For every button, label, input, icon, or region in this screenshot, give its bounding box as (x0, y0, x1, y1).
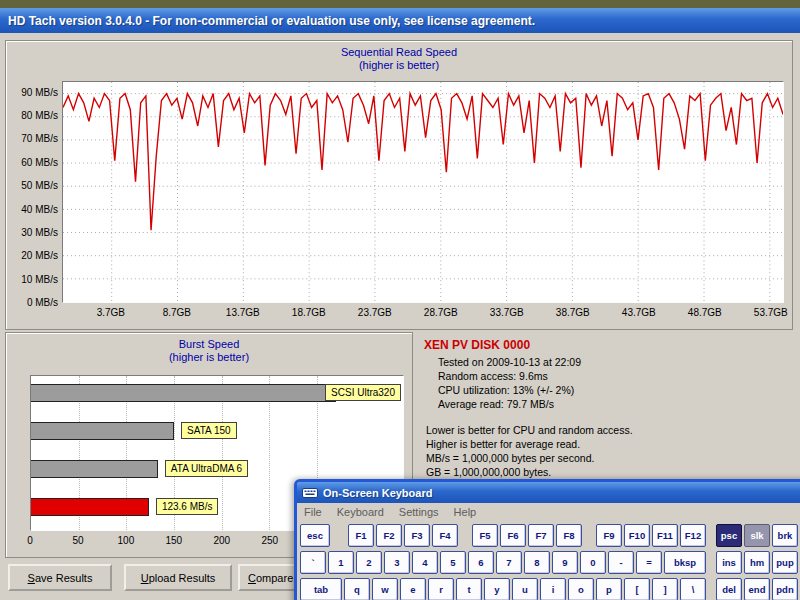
osk-menubar: FileKeyboardSettingsHelp (297, 503, 800, 521)
bar-label: 123.6 MB/s (156, 498, 219, 515)
key-`[interactable]: ` (300, 551, 326, 574)
key-F10[interactable]: F10 (624, 524, 650, 547)
key-esc[interactable]: esc (300, 524, 330, 547)
key-F5[interactable]: F5 (472, 524, 498, 547)
osk-menu-keyboard[interactable]: Keyboard (337, 506, 384, 518)
speed-bar (31, 498, 149, 516)
key-4[interactable]: 4 (412, 551, 438, 574)
bar-row: SATA 150 (31, 422, 403, 440)
key-[[interactable]: [ (624, 578, 650, 600)
burst-axis-label: 0 (27, 535, 33, 546)
key-5[interactable]: 5 (440, 551, 466, 574)
save-results-button[interactable]: Save Results (8, 564, 112, 591)
burst-chart-title: Burst Speed (6, 338, 412, 351)
bar-label: SATA 150 (181, 422, 237, 439)
x-axis-label: 38.7GB (556, 307, 590, 318)
key-8[interactable]: 8 (524, 551, 550, 574)
key-del[interactable]: del (716, 578, 742, 600)
x-axis-label: 8.7GB (163, 307, 191, 318)
x-axis-label: 48.7GB (688, 307, 722, 318)
key-o[interactable]: o (568, 578, 594, 600)
key-slk[interactable]: slk (744, 524, 770, 547)
osk-title: On-Screen Keyboard (323, 487, 432, 499)
osk-key-row: tabqwertyuiop[]\delendpdn (300, 578, 800, 600)
test-result-line: Tested on 2009-10-13 at 22:09 (438, 355, 792, 369)
key-hm[interactable]: hm (744, 551, 770, 574)
sequential-chart-title: Sequential Read Speed (6, 46, 792, 59)
key-F7[interactable]: F7 (528, 524, 554, 547)
y-axis-label: 40 MB/s (8, 204, 58, 215)
on-screen-keyboard-window: On-Screen Keyboard FileKeyboardSettingsH… (294, 479, 800, 600)
key-F2[interactable]: F2 (376, 524, 402, 547)
key-F11[interactable]: F11 (652, 524, 678, 547)
key-F12[interactable]: F12 (680, 524, 706, 547)
bar-row: ATA UltraDMA 6 (31, 460, 403, 478)
key-psc[interactable]: psc (716, 524, 742, 547)
key-bksp[interactable]: bksp (664, 551, 706, 574)
bar-row: SCSI Ultra320 (31, 384, 403, 402)
y-axis-label: 0 MB/s (8, 297, 58, 308)
key-F8[interactable]: F8 (556, 524, 582, 547)
sequential-read-panel: Sequential Read Speed (higher is better)… (5, 40, 793, 330)
burst-axis-label: 200 (213, 535, 230, 546)
osk-menu-help[interactable]: Help (454, 506, 477, 518)
speed-bar (31, 384, 336, 402)
osk-titlebar[interactable]: On-Screen Keyboard (297, 482, 800, 503)
key-tab[interactable]: tab (300, 578, 342, 600)
burst-axis-label: 250 (261, 535, 278, 546)
key-3[interactable]: 3 (384, 551, 410, 574)
upload-results-button[interactable]: Upload Results (124, 564, 232, 591)
key-F1[interactable]: F1 (348, 524, 374, 547)
osk-menu-file[interactable]: File (304, 506, 322, 518)
osk-key-row: `1234567890-=bkspinshmpup (300, 551, 800, 574)
keyboard-icon (302, 487, 318, 499)
key-q[interactable]: q (344, 578, 370, 600)
y-axis-label: 10 MB/s (8, 274, 58, 285)
key-1[interactable]: 1 (328, 551, 354, 574)
key--[interactable]: - (608, 551, 634, 574)
key-pdn[interactable]: pdn (772, 578, 798, 600)
results-note-line: GB = 1,000,000,000 bytes. (426, 465, 792, 479)
key-t[interactable]: t (456, 578, 482, 600)
key-end[interactable]: end (744, 578, 770, 600)
key-9[interactable]: 9 (552, 551, 578, 574)
key-y[interactable]: y (484, 578, 510, 600)
x-axis-label: 13.7GB (226, 307, 260, 318)
key-F4[interactable]: F4 (432, 524, 458, 547)
x-axis-label: 18.7GB (292, 307, 326, 318)
key-6[interactable]: 6 (468, 551, 494, 574)
key-=[interactable]: = (636, 551, 662, 574)
key-F9[interactable]: F9 (596, 524, 622, 547)
key-i[interactable]: i (540, 578, 566, 600)
test-results: Tested on 2009-10-13 at 22:09Random acce… (420, 355, 792, 411)
y-axis-label: 70 MB/s (8, 133, 58, 144)
key-brk[interactable]: brk (772, 524, 798, 547)
x-axis-label: 23.7GB (358, 307, 392, 318)
test-result-line: Average read: 79.7 MB/s (438, 397, 792, 411)
hdtach-titlebar[interactable]: HD Tach version 3.0.4.0 - For non-commer… (0, 8, 800, 33)
burst-axis-label: 100 (118, 535, 135, 546)
key-][interactable]: ] (652, 578, 678, 600)
osk-menu-settings[interactable]: Settings (399, 506, 439, 518)
key-7[interactable]: 7 (496, 551, 522, 574)
x-axis-label: 28.7GB (424, 307, 458, 318)
key-p[interactable]: p (596, 578, 622, 600)
disk-name: XEN PV DISK 0000 (424, 338, 792, 352)
bar-label: SCSI Ultra320 (325, 384, 401, 401)
key-ins[interactable]: ins (716, 551, 742, 574)
key-0[interactable]: 0 (580, 551, 606, 574)
burst-axis-label: 50 (72, 535, 83, 546)
x-axis-label: 43.7GB (622, 307, 656, 318)
speed-bar (31, 460, 158, 478)
key-backslash[interactable]: \ (680, 578, 706, 600)
key-pup[interactable]: pup (772, 551, 798, 574)
key-e[interactable]: e (400, 578, 426, 600)
y-axis-label: 80 MB/s (8, 110, 58, 121)
key-2[interactable]: 2 (356, 551, 382, 574)
key-u[interactable]: u (512, 578, 538, 600)
key-F6[interactable]: F6 (500, 524, 526, 547)
key-F3[interactable]: F3 (404, 524, 430, 547)
y-axis-label: 20 MB/s (8, 250, 58, 261)
key-r[interactable]: r (428, 578, 454, 600)
key-w[interactable]: w (372, 578, 398, 600)
